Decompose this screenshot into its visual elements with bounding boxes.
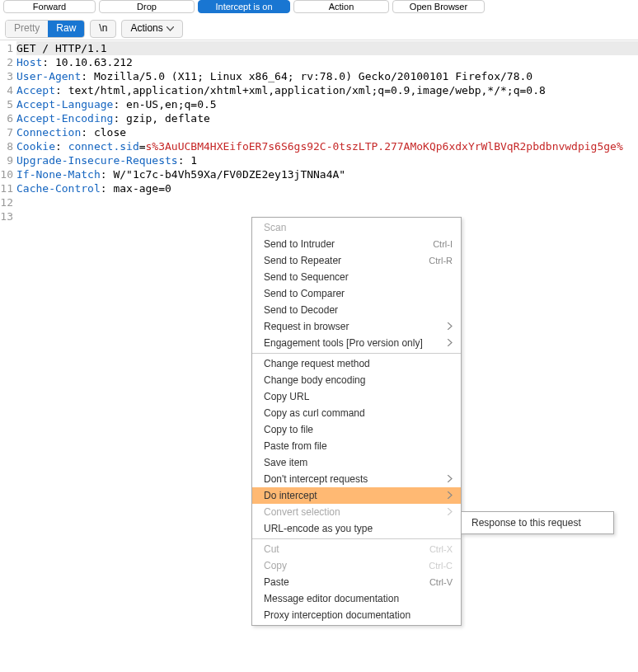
actions-label: Actions <box>130 22 162 35</box>
line-number: 11 <box>0 181 13 195</box>
cookie-key: connect.sid <box>68 140 139 153</box>
code-line[interactable]: Accept-Encoding: gzip, deflate <box>16 111 638 125</box>
drop-button[interactable]: Drop <box>99 0 195 13</box>
line-number: 13 <box>0 209 13 223</box>
header-value: 10.10.63.212 <box>55 56 133 68</box>
code-line[interactable]: Host: 10.10.63.212 <box>16 55 638 69</box>
forward-button[interactable]: Forward <box>3 0 96 13</box>
request-editor[interactable]: 12345678910111213 GET / HTTP/1.1Host: 10… <box>0 40 638 224</box>
code-line[interactable]: User-Agent: Mozilla/5.0 (X11; Linux x86_… <box>16 69 638 83</box>
header-name: Cache-Control <box>16 182 101 195</box>
header-name: Upgrade-Insecure-Requests <box>16 154 178 167</box>
header-value: close <box>94 126 126 139</box>
header-name: User-Agent <box>16 70 81 82</box>
header-name: Connection <box>16 126 81 139</box>
line-number: 5 <box>0 97 13 111</box>
header-value: W/"1c7c-b4Vh59Xa/FV0DZE2ey13jTNNa4A" <box>113 168 345 181</box>
tab-pretty[interactable]: Pretty <box>6 21 48 37</box>
view-tabbar: Pretty Raw \n Actions <box>0 20 638 40</box>
menu-item: Scan <box>252 219 461 224</box>
actions-dropdown-button[interactable]: Actions <box>121 20 182 38</box>
code-line[interactable]: Upgrade-Insecure-Requests: 1 <box>16 153 638 167</box>
code-body[interactable]: GET / HTTP/1.1Host: 10.10.63.212User-Age… <box>16 40 638 224</box>
header-name: Accept-Language <box>16 98 113 110</box>
open-browser-button[interactable]: Open Browser <box>392 0 485 13</box>
code-line[interactable]: GET / HTTP/1.1 <box>16 41 638 55</box>
line-number: 2 <box>0 55 13 69</box>
header-name: Host <box>16 56 42 68</box>
line-number: 12 <box>0 195 13 209</box>
context-menu: ScanSend to IntruderCtrl-ISend to Repeat… <box>251 217 462 224</box>
line-number: 1 <box>0 41 13 55</box>
code-line[interactable]: Accept: text/html,application/xhtml+xml,… <box>16 83 638 97</box>
header-value: max-age=0 <box>113 182 171 195</box>
menu-item-label: Scan <box>264 222 286 224</box>
header-name: If-None-Match <box>16 168 101 181</box>
header-value: gzip, deflate <box>126 112 210 125</box>
main-toolbar: Forward Drop Intercept is on Action Open… <box>0 0 638 20</box>
line-number: 7 <box>0 125 13 139</box>
header-name: Cookie <box>16 140 55 153</box>
code-line[interactable]: Connection: close <box>16 125 638 139</box>
header-name: Accept <box>16 84 55 96</box>
code-line[interactable] <box>16 195 638 209</box>
header-value: 1 <box>190 154 197 167</box>
code-line[interactable]: If-None-Match: W/"1c7c-b4Vh59Xa/FV0DZE2e… <box>16 167 638 181</box>
menu-section: ScanSend to IntruderCtrl-ISend to Repeat… <box>252 218 461 224</box>
chevron-down-icon <box>167 22 174 35</box>
line-number: 6 <box>0 111 13 125</box>
line-number: 3 <box>0 69 13 83</box>
newline-toggle-button[interactable]: \n <box>90 20 116 38</box>
code-line[interactable]: Cache-Control: max-age=0 <box>16 181 638 195</box>
intercept-toggle-button[interactable]: Intercept is on <box>198 0 290 13</box>
cookie-value: s%3AuUCBM4HXEifoER7s6S6gs92C-0tszLTP.277… <box>146 140 623 153</box>
line-gutter: 12345678910111213 <box>0 40 16 224</box>
line-number: 4 <box>0 83 13 97</box>
line-number: 9 <box>0 153 13 167</box>
line-number: 8 <box>0 139 13 153</box>
code-line[interactable]: Accept-Language: en-US,en;q=0.5 <box>16 97 638 111</box>
action-button[interactable]: Action <box>293 0 389 13</box>
code-line[interactable]: Cookie: connect.sid=s%3AuUCBM4HXEifoER7s… <box>16 139 638 153</box>
header-value: Mozilla/5.0 (X11; Linux x86_64; rv:78.0)… <box>94 70 532 82</box>
header-value: en-US,en;q=0.5 <box>126 98 217 110</box>
header-name: Accept-Encoding <box>16 112 113 125</box>
tab-raw[interactable]: Raw <box>48 21 84 37</box>
header-value: text/html,application/xhtml+xml,applicat… <box>68 84 546 96</box>
line-number: 10 <box>0 167 13 181</box>
